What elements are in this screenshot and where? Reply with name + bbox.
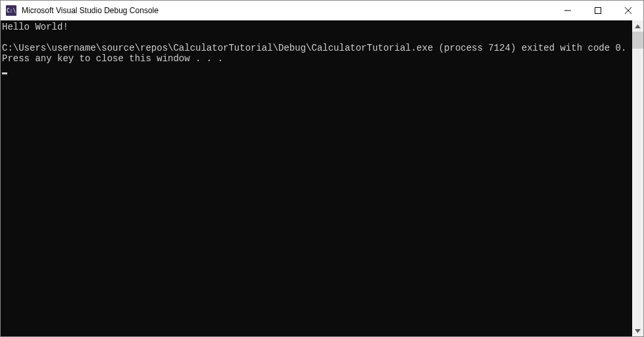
minimize-button[interactable] [553,1,583,20]
close-button[interactable] [613,1,643,20]
window-controls [553,1,643,20]
vertical-scrollbar[interactable] [632,20,643,336]
app-icon: C:\ [6,5,16,16]
cursor [2,72,7,74]
svg-rect-1 [595,8,601,14]
titlebar[interactable]: C:\ Microsoft Visual Studio Debug Consol… [1,1,643,20]
scrollbar-track[interactable] [632,32,643,325]
console-line: Press any key to close this window . . . [2,53,223,64]
window-title: Microsoft Visual Studio Debug Console [22,6,553,15]
scrollbar-thumb[interactable] [632,32,643,49]
scroll-down-button[interactable] [632,325,643,336]
console-output[interactable]: Hello World! C:\Users\username\source\re… [1,20,632,336]
svg-marker-4 [635,24,641,28]
console-area: Hello World! C:\Users\username\source\re… [1,20,643,336]
svg-marker-5 [635,329,641,333]
maximize-button[interactable] [583,1,613,20]
scroll-up-button[interactable] [632,20,643,32]
console-line: C:\Users\username\source\repos\Calculato… [2,43,626,53]
console-line: Hello World! [2,22,68,32]
